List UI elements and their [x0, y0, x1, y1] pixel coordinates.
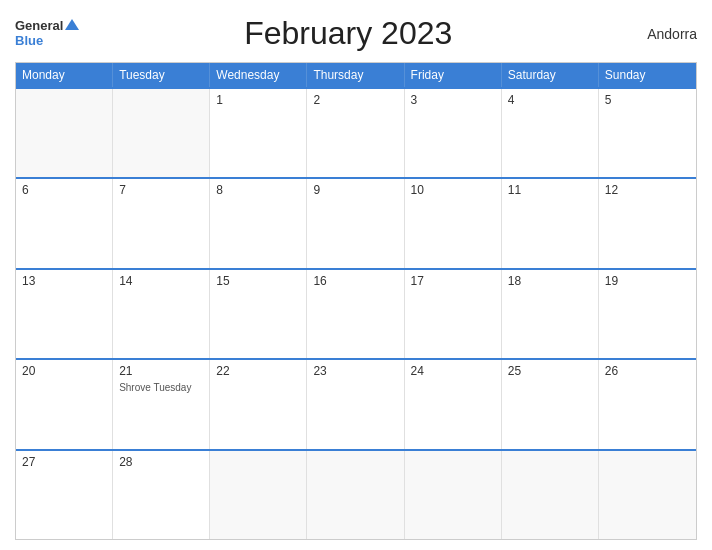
- logo-blue-text: Blue: [15, 34, 79, 48]
- cell-feb-23: 23: [307, 360, 404, 448]
- logo: General Blue: [15, 19, 79, 48]
- cell-feb-4: 4: [502, 89, 599, 177]
- cell-feb-18: 18: [502, 270, 599, 358]
- cell-empty-7: [599, 451, 696, 539]
- country-label: Andorra: [617, 26, 697, 42]
- col-monday: Monday: [16, 63, 113, 87]
- calendar-header: Monday Tuesday Wednesday Thursday Friday…: [16, 63, 696, 87]
- cell-feb-15: 15: [210, 270, 307, 358]
- cell-feb-26: 26: [599, 360, 696, 448]
- cell-empty-4: [307, 451, 404, 539]
- logo-triangle-icon: [65, 19, 79, 30]
- cell-feb-9: 9: [307, 179, 404, 267]
- cell-feb-1: 1: [210, 89, 307, 177]
- calendar-title: February 2023: [79, 15, 617, 52]
- cell-feb-21: 21 Shrove Tuesday: [113, 360, 210, 448]
- cell-feb-11: 11: [502, 179, 599, 267]
- col-sunday: Sunday: [599, 63, 696, 87]
- calendar-page: General Blue February 2023 Andorra Monda…: [0, 0, 712, 550]
- col-thursday: Thursday: [307, 63, 404, 87]
- week-1: 1 2 3 4 5: [16, 87, 696, 177]
- cell-feb-25: 25: [502, 360, 599, 448]
- logo-general-text: General: [15, 19, 63, 33]
- week-5: 27 28: [16, 449, 696, 539]
- cell-feb-28: 28: [113, 451, 210, 539]
- cell-feb-22: 22: [210, 360, 307, 448]
- shrove-tuesday-label: Shrove Tuesday: [119, 382, 203, 393]
- week-3: 13 14 15 16 17 18 19: [16, 268, 696, 358]
- cell-empty-1: [16, 89, 113, 177]
- cell-empty-2: [113, 89, 210, 177]
- cell-feb-8: 8: [210, 179, 307, 267]
- cell-feb-24: 24: [405, 360, 502, 448]
- col-friday: Friday: [405, 63, 502, 87]
- cell-feb-10: 10: [405, 179, 502, 267]
- calendar-grid: Monday Tuesday Wednesday Thursday Friday…: [15, 62, 697, 540]
- week-2: 6 7 8 9 10 11 12: [16, 177, 696, 267]
- cell-feb-13: 13: [16, 270, 113, 358]
- col-saturday: Saturday: [502, 63, 599, 87]
- cell-feb-20: 20: [16, 360, 113, 448]
- col-tuesday: Tuesday: [113, 63, 210, 87]
- cell-feb-3: 3: [405, 89, 502, 177]
- cell-feb-27: 27: [16, 451, 113, 539]
- cell-feb-16: 16: [307, 270, 404, 358]
- cell-feb-12: 12: [599, 179, 696, 267]
- cell-empty-3: [210, 451, 307, 539]
- week-4: 20 21 Shrove Tuesday 22 23 24 25 26: [16, 358, 696, 448]
- cell-feb-19: 19: [599, 270, 696, 358]
- col-wednesday: Wednesday: [210, 63, 307, 87]
- cell-feb-14: 14: [113, 270, 210, 358]
- cell-feb-17: 17: [405, 270, 502, 358]
- cell-empty-5: [405, 451, 502, 539]
- cell-empty-6: [502, 451, 599, 539]
- cell-feb-5: 5: [599, 89, 696, 177]
- calendar-body: 1 2 3 4 5 6 7 8 9 10 11 12 13 14 15 16: [16, 87, 696, 539]
- cell-feb-2: 2: [307, 89, 404, 177]
- header: General Blue February 2023 Andorra: [15, 10, 697, 57]
- cell-feb-7: 7: [113, 179, 210, 267]
- cell-feb-6: 6: [16, 179, 113, 267]
